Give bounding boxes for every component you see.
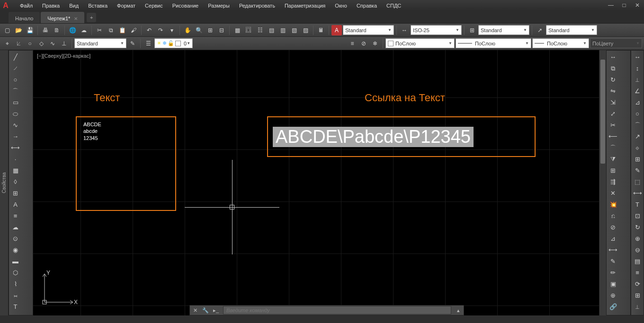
zoomwin-icon[interactable]: ⊞ (205, 25, 215, 35)
layeroff-icon[interactable]: ⊘ (358, 38, 369, 49)
wipeout-icon[interactable]: ⊙ (10, 233, 21, 244)
layout-icon[interactable]: ⿴ (243, 25, 254, 35)
menu-parametric[interactable]: Параметризация (280, 1, 330, 10)
revcloud-icon[interactable]: ☁ (10, 222, 21, 233)
insert-icon[interactable]: ⊕ (608, 290, 618, 301)
fillet-icon[interactable]: ⌒ (608, 142, 618, 153)
calc-icon[interactable]: 🖩 (316, 25, 326, 35)
undo-drop-icon[interactable]: ▾ (167, 25, 177, 35)
helix-icon[interactable]: ⌇ (10, 279, 21, 289)
array-icon[interactable]: ⊞ (608, 165, 618, 176)
block-icon[interactable]: ▣ (608, 279, 618, 289)
dim21-icon[interactable]: ⟳ (632, 279, 643, 289)
circle-icon[interactable]: ○ (10, 74, 21, 85)
layer-style-dropdown[interactable]: Standard▼ (74, 38, 126, 48)
3dpoly-icon[interactable]: ⟗ (10, 290, 21, 301)
save-icon[interactable]: 💾 (25, 25, 35, 35)
viewport-label[interactable]: [−][Сверху][2D-каркас] (37, 53, 90, 59)
osnap2-icon[interactable]: ⟀ (13, 38, 24, 49)
cmd-close-icon[interactable]: ✕ (190, 306, 200, 315)
stretch-icon[interactable]: ⇲ (608, 97, 618, 108)
join-icon[interactable]: ⎌ (608, 210, 618, 221)
menu-tools[interactable]: Сервис (140, 1, 168, 10)
dim1-icon[interactable]: ↔ (632, 52, 643, 62)
table-icon[interactable]: ⊞ (10, 188, 21, 199)
menu-window[interactable]: Окно (330, 1, 352, 10)
extend-icon[interactable]: ⟵ (608, 131, 618, 142)
explode-icon[interactable]: 💥 (608, 199, 618, 210)
tab-drawing1[interactable]: Чертеж1* ✕ (41, 12, 84, 23)
dim4-icon[interactable]: ∠ (632, 86, 643, 96)
dim15-icon[interactable]: ⊡ (632, 210, 643, 221)
matchprop-icon[interactable]: 🖌 (128, 25, 139, 35)
drawing-canvas[interactable]: [−][Сверху][2D-каркас] Текст Ссылка на Т… (33, 50, 606, 315)
color-dropdown[interactable]: ПоСлою▼ (385, 38, 455, 48)
layerfrz-icon[interactable]: ❄ (370, 38, 380, 49)
mleaderstyle-icon[interactable]: ↗ (535, 25, 545, 35)
dim16-icon[interactable]: ↻ (632, 222, 643, 233)
osnap3-icon[interactable]: ○ (25, 38, 35, 49)
dim17-icon[interactable]: ⊕ (632, 233, 643, 244)
menu-format[interactable]: Формат (112, 1, 140, 10)
scale-icon[interactable]: ⤢ (608, 108, 618, 119)
properties-panel-tab[interactable]: Свойства (0, 50, 9, 315)
linetype-dropdown[interactable]: ПоСлою▼ (456, 38, 531, 48)
field-box[interactable]: ABCDE\Pabcde\P12345 (267, 116, 536, 157)
markup-icon[interactable]: ▨ (300, 25, 311, 35)
dim6-icon[interactable]: ○ (632, 108, 643, 119)
copy-icon[interactable]: ⧉ (106, 25, 116, 35)
dim7-icon[interactable]: ⌒ (632, 120, 643, 131)
xline-icon[interactable]: ⟷ (10, 142, 21, 153)
menu-dimension[interactable]: Размеры (203, 1, 234, 10)
cut-icon[interactable]: ✂ (94, 25, 105, 35)
rect-icon[interactable]: ▭ (10, 97, 21, 108)
close-button[interactable]: ✕ (631, 0, 644, 10)
dim3-icon[interactable]: ⟂ (632, 74, 643, 85)
zoom-icon[interactable]: 🔍 (194, 25, 204, 35)
dim2-icon[interactable]: ↕ (632, 63, 643, 74)
print-icon[interactable]: 🖶 (40, 25, 51, 35)
publish-icon[interactable]: 🌐 (67, 25, 78, 35)
command-line[interactable]: ✕ 🔧 ▸_ ▴ (189, 305, 464, 315)
osnap4-icon[interactable]: ◇ (36, 38, 46, 49)
dim10-icon[interactable]: ⊞ (632, 154, 643, 165)
ray-icon[interactable]: → (10, 131, 21, 142)
menu-help[interactable]: Справка (352, 1, 382, 10)
viewport-icon[interactable]: ▦ (232, 25, 242, 35)
arc-icon[interactable]: ⌒ (10, 86, 21, 96)
minimize-button[interactable]: — (604, 0, 617, 10)
dim14-icon[interactable]: T (632, 199, 643, 210)
dim-style-dropdown[interactable]: ISO-25▼ (411, 25, 462, 35)
scrollbar-thumb[interactable] (600, 60, 605, 164)
sped-icon[interactable]: ✏ (608, 267, 618, 278)
mleader-style-dropdown[interactable]: Standard▼ (546, 25, 597, 35)
osnap1-icon[interactable]: ⌖ (2, 38, 12, 49)
hatch-icon[interactable]: ▦ (10, 165, 21, 176)
break-icon[interactable]: ⊘ (608, 222, 618, 233)
mline-icon[interactable]: ≡ (10, 210, 21, 221)
tab-close-icon[interactable]: ✕ (74, 16, 78, 21)
dim19-icon[interactable]: ▤ (632, 256, 643, 267)
dimstyle-icon[interactable]: ↔ (399, 25, 410, 35)
props-icon[interactable]: ☷ (255, 25, 265, 35)
ellipse-icon[interactable]: ⬭ (10, 108, 21, 119)
redo-icon[interactable]: ↷ (155, 25, 166, 35)
lineweight-dropdown[interactable]: ПоСлою▼ (532, 38, 589, 48)
layeriso-icon[interactable]: ≡ (347, 38, 358, 49)
text-style-dropdown[interactable]: Standard▼ (343, 25, 394, 35)
layerstyle-btn-icon[interactable]: ✎ (127, 38, 138, 49)
copy-icon[interactable]: ⧉ (608, 63, 618, 74)
menu-spds[interactable]: СПДС (382, 1, 406, 10)
sheet-icon[interactable]: ▧ (289, 25, 299, 35)
cmd-expand-icon[interactable]: ▴ (453, 306, 464, 315)
command-input[interactable] (223, 306, 451, 314)
text-icon[interactable]: T (10, 301, 21, 312)
dim22-icon[interactable]: ⊞ (632, 290, 643, 301)
dim11-icon[interactable]: ✎ (632, 165, 643, 176)
move-icon[interactable]: ↔ (608, 52, 618, 62)
plotstyle-dropdown[interactable]: ПоЦвету▼ (590, 38, 642, 48)
line-icon[interactable]: ╱ (10, 52, 21, 62)
toolpal-icon[interactable]: ▥ (277, 25, 288, 35)
xref-icon[interactable]: 🔗 (608, 301, 618, 312)
offset-icon[interactable]: ⇶ (608, 176, 618, 187)
